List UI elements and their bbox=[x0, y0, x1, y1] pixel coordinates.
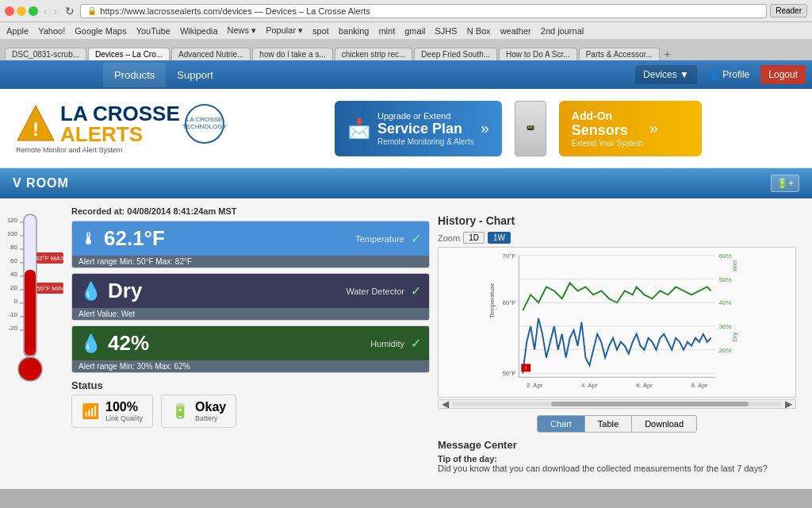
svg-text:Dry: Dry bbox=[731, 332, 738, 341]
zoom-label: Zoom bbox=[438, 233, 460, 243]
humidity-value: 42% bbox=[108, 331, 149, 356]
scrollbar-left-button[interactable]: ◀ bbox=[439, 398, 452, 410]
bookmark-item[interactable]: banking bbox=[339, 26, 370, 36]
svg-text:-10: -10 bbox=[8, 311, 17, 318]
nav-devices[interactable]: Devices ▼ bbox=[635, 65, 697, 84]
browser-chrome: ‹ › ↻ 🔒 https://www.lacrossealerts.com/d… bbox=[0, 0, 812, 60]
add-device-button[interactable]: 🔋+ bbox=[771, 175, 799, 192]
promo-add-on-sensors[interactable]: Add-On Sensors Extend Your System » bbox=[559, 101, 702, 156]
svg-text:50°F MIN: 50°F MIN bbox=[36, 285, 63, 292]
tab-0[interactable]: DSC_0831-scrub... bbox=[5, 48, 86, 60]
nav-links: Products Support bbox=[103, 63, 635, 87]
browser-toolbar: ‹ › ↻ 🔒 https://www.lacrossealerts.com/d… bbox=[0, 0, 812, 22]
close-button[interactable] bbox=[5, 6, 14, 16]
bookmark-item[interactable]: 2nd journal bbox=[541, 26, 584, 36]
forward-button[interactable]: › bbox=[52, 5, 60, 17]
promo-sensor-arrow: » bbox=[649, 119, 658, 137]
water-check-icon: ✓ bbox=[411, 283, 421, 298]
humidity-icon: 💧 bbox=[80, 333, 102, 354]
reload-button[interactable]: ↻ bbox=[63, 5, 77, 17]
svg-text:40: 40 bbox=[10, 271, 17, 278]
link-quality-value: 100% bbox=[105, 400, 143, 414]
sms-icon: 📩 bbox=[347, 117, 371, 140]
bookmark-item[interactable]: gmail bbox=[404, 26, 425, 36]
svg-text:50°F: 50°F bbox=[503, 370, 516, 377]
bookmark-item[interactable]: spot bbox=[312, 26, 329, 36]
svg-text:0: 0 bbox=[14, 298, 18, 305]
zoom-1d-button[interactable]: 1D bbox=[463, 232, 485, 244]
tab-6[interactable]: How to Do A Scr... bbox=[499, 48, 577, 60]
bookmark-item[interactable]: weather bbox=[500, 26, 531, 36]
temperature-value: 62.1°F bbox=[104, 226, 165, 251]
promo-service-upgrade: Upgrade or Extend bbox=[377, 111, 474, 121]
bookmark-item[interactable]: YouTube bbox=[136, 26, 170, 36]
nav-logout[interactable]: Logout bbox=[760, 65, 806, 84]
svg-text:50%: 50% bbox=[719, 276, 732, 283]
nav-profile[interactable]: 👤 Profile bbox=[700, 65, 757, 84]
scrollbar-right-button[interactable]: ▶ bbox=[782, 398, 795, 410]
tab-5[interactable]: Deep Fried South... bbox=[414, 48, 497, 60]
address-bar[interactable]: 🔒 https://www.lacrossealerts.com/devices… bbox=[80, 4, 767, 18]
logo-image: ! LA CROSSEALERTS LA CROSSETECHNOLOGY bbox=[16, 103, 224, 144]
link-quality-text: 100% Link Quality bbox=[105, 400, 143, 422]
nav-products[interactable]: Products bbox=[103, 63, 166, 87]
svg-text:70°F: 70°F bbox=[503, 252, 516, 260]
bookmarks-bar: Apple Yahoo! Google Maps YouTube Wikiped… bbox=[0, 22, 812, 40]
bookmark-item[interactable]: SJHS bbox=[435, 26, 458, 36]
tab-3[interactable]: how do i take a s... bbox=[252, 48, 332, 60]
message-tip-text: Did you know that you can download the c… bbox=[438, 464, 796, 473]
chart-area: History - Chart Zoom 1D 1W 70°F bbox=[430, 206, 804, 481]
minimize-button[interactable] bbox=[17, 6, 26, 16]
humidity-card: 💧 42% Humidity ✓ Alert range Min: 30% Ma… bbox=[71, 325, 430, 373]
chart-tab-table[interactable]: Table bbox=[585, 416, 632, 432]
temperature-alert: Alert range Min: 50°F Max: 82°F bbox=[72, 256, 429, 267]
back-button[interactable]: ‹ bbox=[41, 5, 50, 17]
bookmark-item[interactable]: mint bbox=[378, 26, 395, 36]
svg-text:80: 80 bbox=[10, 244, 17, 251]
thermometer-svg: 120 100 80 60 40 20 0 -10 -20 82°F MAX bbox=[8, 206, 71, 437]
scrollbar-thumb[interactable] bbox=[551, 402, 749, 406]
promo-service-arrow: » bbox=[481, 119, 489, 137]
zoom-1w-button[interactable]: 1W bbox=[488, 232, 511, 244]
scrollbar-track[interactable] bbox=[452, 402, 782, 406]
svg-text:Wet: Wet bbox=[731, 260, 738, 271]
message-center-title: Message Center bbox=[438, 439, 796, 451]
bookmark-item[interactable]: News ▾ bbox=[228, 25, 257, 36]
bookmark-item[interactable]: Apple bbox=[6, 26, 29, 36]
logo-text-area: LA CROSSEALERTS bbox=[60, 103, 180, 144]
humidity-check-icon: ✓ bbox=[411, 336, 421, 351]
device-panel: 120 100 80 60 40 20 0 -10 -20 82°F MAX bbox=[0, 198, 812, 489]
new-tab-button[interactable]: + bbox=[661, 48, 674, 60]
bookmark-item[interactable]: Popular ▾ bbox=[266, 25, 303, 36]
svg-text:!: ! bbox=[33, 118, 39, 140]
svg-text:60%: 60% bbox=[719, 252, 732, 260]
tab-7[interactable]: Parts & Accessor... bbox=[579, 48, 660, 60]
bookmark-item[interactable]: Google Maps bbox=[75, 26, 126, 36]
humidity-value-row: 💧 42% Humidity ✓ bbox=[72, 326, 429, 360]
wifi-icon: 📶 bbox=[82, 402, 99, 420]
nav-support[interactable]: Support bbox=[166, 63, 224, 87]
tab-4[interactable]: chicken strip rec... bbox=[335, 48, 413, 60]
sensor-device-image: 📟 bbox=[510, 101, 551, 156]
promo-sensor-desc: Extend Your System bbox=[572, 139, 643, 148]
tab-2[interactable]: Advanced Nutrie... bbox=[171, 48, 251, 60]
battery-icon: 🔋 bbox=[171, 402, 189, 420]
chart-tab-chart[interactable]: Chart bbox=[538, 416, 585, 432]
svg-text:2. Apr: 2. Apr bbox=[527, 382, 543, 389]
recorded-time: Recorded at: 04/08/2014 8:41:24am MST bbox=[71, 206, 430, 216]
la-crosse-circle-logo: LA CROSSETECHNOLOGY bbox=[185, 104, 224, 144]
svg-text:-20: -20 bbox=[8, 325, 17, 332]
tab-1[interactable]: Devices – La Cro... bbox=[88, 48, 170, 60]
chart-tab-download[interactable]: Download bbox=[632, 416, 696, 432]
temperature-check-icon: ✓ bbox=[411, 231, 421, 246]
bookmark-item[interactable]: Wikipedia bbox=[180, 26, 218, 36]
promo-sensor-title: Add-On bbox=[572, 110, 643, 122]
promo-service-plan[interactable]: 📩 Upgrade or Extend Service Plan Remote … bbox=[335, 101, 502, 156]
bookmark-item[interactable]: Yahoo! bbox=[38, 26, 65, 36]
svg-text:120: 120 bbox=[8, 217, 18, 224]
water-detector-card: 💧 Dry Water Detector ✓ Alert Value: Wet bbox=[71, 273, 430, 321]
bookmark-item[interactable]: N Box bbox=[467, 26, 491, 36]
reader-button[interactable]: Reader bbox=[770, 4, 807, 17]
maximize-button[interactable] bbox=[29, 6, 38, 16]
chart-title: History - Chart bbox=[438, 214, 796, 227]
